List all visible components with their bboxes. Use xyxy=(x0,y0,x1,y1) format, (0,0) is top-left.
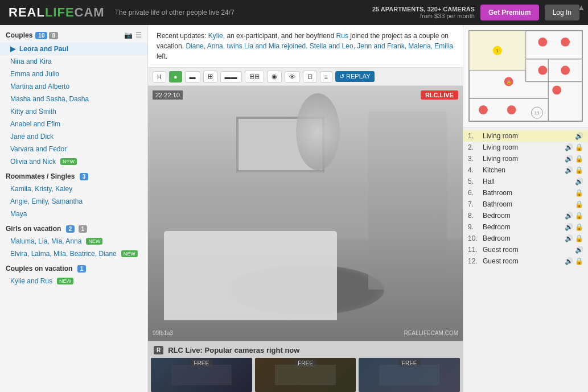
couples-label: Couples xyxy=(6,31,32,39)
lock-icon-4: 🔒 xyxy=(575,166,583,174)
wide-button[interactable]: ▬ xyxy=(185,71,200,82)
room-item-4[interactable]: 4. Kitchen 🔊 🔒 xyxy=(463,164,588,176)
room-icons-11: 🔊 xyxy=(575,246,583,254)
eye-button[interactable]: 👁 xyxy=(285,71,300,82)
room-name-8: Bedroom xyxy=(483,212,565,220)
room-icons-4: 🔊 🔒 xyxy=(565,166,583,174)
lock-icon-7: 🔒 xyxy=(575,200,583,208)
svg-point-12 xyxy=(538,66,547,75)
video-area: 22:22:10 RLC.LIVE 99fb1a3 REALLIFECAM.CO… xyxy=(148,86,463,341)
room-item-5[interactable]: 5. Hall 🔊 xyxy=(463,176,588,187)
room-item-11[interactable]: 11. Guest room 🔊 xyxy=(463,244,588,255)
room-name-5: Hall xyxy=(483,178,575,185)
sidebar-item-kitty-smith[interactable]: Kitty and Smith xyxy=(0,105,147,118)
logo: REALLIFECAM xyxy=(9,5,105,20)
sidebar-item-martina-alberto[interactable]: Martina and Alberto xyxy=(0,80,147,93)
item-label: Anabel and Efim xyxy=(10,120,60,128)
room-num-1: 1. xyxy=(468,132,480,140)
sound-icon-3: 🔊 xyxy=(565,155,573,163)
room-item-9[interactable]: 9. Bedroom 🔊 🔒 xyxy=(463,221,588,233)
room-item-2[interactable]: 2. Living room 🔊 🔒 xyxy=(463,142,588,153)
lock-icon-8: 🔒 xyxy=(575,212,583,220)
room-num-6: 6. xyxy=(468,189,480,197)
apt-price: from $33 per month xyxy=(372,13,475,19)
sound-icon-4: 🔊 xyxy=(565,166,573,174)
info-button[interactable]: ≡ xyxy=(320,71,332,82)
room-icons-8: 🔊 🔒 xyxy=(565,212,583,220)
sidebar-item-nina-kira[interactable]: Nina and Kira xyxy=(0,55,147,68)
sidebar-item-varvara-fedor[interactable]: Varvara and Fedor xyxy=(0,143,147,155)
item-label: Olivia and Nick xyxy=(10,158,56,166)
sidebar-section-girls-vacation: Girls on vacation 2 1 xyxy=(0,220,147,235)
get-premium-button[interactable]: Get Premium xyxy=(480,5,539,20)
bottom-header: R RLC Live: Popular cameras right now xyxy=(148,346,463,358)
sidebar-item-kamila[interactable]: Kamila, Kristy, Kaley xyxy=(0,183,147,195)
room-item-12[interactable]: 12. Guest room 🔊 🔒 xyxy=(463,255,588,267)
room-num-11: 11. xyxy=(468,246,480,254)
hd-button[interactable]: H xyxy=(153,71,166,82)
sidebar-item-masha-sasha[interactable]: Masha and Sasha, Dasha xyxy=(0,93,147,105)
news-stella-link[interactable]: Stella and Leo, Jenn and Frank, Malena, … xyxy=(310,42,453,50)
sidebar-item-maya[interactable]: Maya xyxy=(0,208,147,220)
sidebar-item-anabel-efim[interactable]: Anabel and Efim xyxy=(0,118,147,130)
video-timestamp: 22:22:10 xyxy=(153,90,183,100)
couples-badge2: 8 xyxy=(49,32,58,39)
news-banner: Recent updates: Kylie, an ex-participant… xyxy=(148,25,463,68)
sidebar-item-jane-dick[interactable]: Jane and Dick xyxy=(0,130,147,143)
news-rus-link[interactable]: Rus xyxy=(336,32,348,40)
svg-text:1: 1 xyxy=(496,48,499,53)
thumbnail-2[interactable]: FREE xyxy=(255,358,356,392)
item-label: Kylie and Rus xyxy=(10,277,52,285)
logo-real: REAL xyxy=(9,5,45,19)
sidebar-item-leora-paul[interactable]: ▶ Leora and Paul xyxy=(0,43,147,55)
news-text5: left. xyxy=(157,52,167,60)
room-item-10[interactable]: 10. Bedroom 🔊 🔒 xyxy=(463,233,588,244)
sidebar-item-angie[interactable]: Angie, Emily, Samantha xyxy=(0,195,147,208)
login-button[interactable]: Log In xyxy=(545,5,579,20)
sidebar-item-elvira[interactable]: Elvira, Laima, Mila, Beatrice, Diane NEW xyxy=(0,247,147,260)
item-label: Kitty and Smith xyxy=(10,108,56,115)
live-badge: RLC.LIVE xyxy=(421,90,458,100)
room-item-3[interactable]: 3. Living room 🔊 🔒 xyxy=(463,153,588,164)
room-item-8[interactable]: 8. Bedroom 🔊 🔒 xyxy=(463,210,588,221)
replay-button[interactable]: ↺ REPLAY xyxy=(335,71,375,82)
sound-icon-10: 🔊 xyxy=(565,234,573,242)
thumbnail-3[interactable]: FREE xyxy=(359,358,460,392)
logo-cam: CAM xyxy=(75,5,105,19)
grid4-button[interactable]: ⊞ xyxy=(203,71,217,82)
thumbnail-1[interactable]: FREE xyxy=(151,358,252,392)
item-label: Masha and Sasha, Dasha xyxy=(10,95,89,103)
svg-point-19 xyxy=(552,85,561,94)
grid9-button[interactable]: ⊞⊞ xyxy=(245,71,264,82)
room-item-1[interactable]: 1. Living room 🔊 xyxy=(463,130,588,142)
room-item-6[interactable]: 6. Bathroom 🔒 xyxy=(463,187,588,199)
item-label: Jane and Dick xyxy=(10,133,54,141)
tagline: The private life of other people live 24… xyxy=(115,9,235,16)
camera-icon: 📷 xyxy=(124,31,133,39)
record-button[interactable]: ● xyxy=(169,71,182,82)
room-couch xyxy=(164,231,337,320)
svg-point-14 xyxy=(479,105,488,114)
item-label: Varvara and Fedor xyxy=(10,145,67,153)
cam-button[interactable]: ⊡ xyxy=(303,71,317,82)
item-label: Emma and Julio xyxy=(10,70,59,78)
lock-icon-9: 🔒 xyxy=(575,223,583,231)
sidebar-item-olivia-nick[interactable]: Olivia and Nick NEW xyxy=(0,155,147,168)
sidebar-item-emma-julio[interactable]: Emma and Julio xyxy=(0,68,147,80)
room-num-9: 9. xyxy=(468,223,480,231)
news-diane-link[interactable]: Diane, Anna, twins Lia and Mia rejoined. xyxy=(186,42,307,50)
sidebar-item-kylie-rus[interactable]: Kylie and Rus NEW xyxy=(0,275,147,287)
sidebar-item-maluma[interactable]: Maluma, Lia, Mia, Anna NEW xyxy=(0,235,147,247)
apt-info: 25 APARTMENTS, 320+ CAMERAS from $33 per… xyxy=(372,6,475,19)
sound-icon-12: 🔊 xyxy=(565,257,573,265)
news-kylie-link[interactable]: Kylie xyxy=(208,32,223,40)
arrow-icon: ▶ xyxy=(10,45,15,53)
room-item-7[interactable]: 7. Bathroom 🔒 xyxy=(463,199,588,210)
roommates-badge: 3 xyxy=(80,173,89,180)
grid-button[interactable]: ▬▬ xyxy=(220,71,242,82)
lock-icon-10: 🔒 xyxy=(575,234,583,242)
room-icons-12: 🔊 🔒 xyxy=(565,257,583,265)
circle-button[interactable]: ◉ xyxy=(267,71,282,82)
room-name-11: Guest room xyxy=(483,246,575,254)
room-name-4: Kitchen xyxy=(483,166,565,174)
